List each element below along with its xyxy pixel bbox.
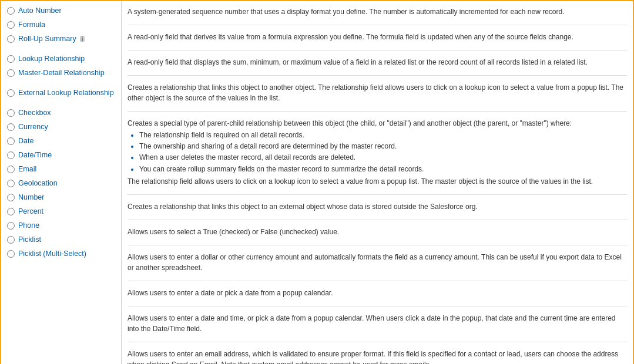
radio-master-detail-relationship[interactable] bbox=[7, 69, 15, 77]
divider-3 bbox=[1, 100, 121, 106]
master-detail-bullets: The relationship field is required on al… bbox=[139, 130, 627, 175]
radio-external-lookup-relationship[interactable] bbox=[7, 89, 15, 97]
sep-3 bbox=[128, 75, 627, 76]
desc-date-time-text: Allows users to enter a date and time, o… bbox=[128, 313, 627, 334]
sidebar-item-date-time[interactable]: Date/Time bbox=[1, 148, 121, 162]
radio-percent[interactable] bbox=[7, 208, 15, 215]
desc-master-detail-outro-text: The relationship field allows users to c… bbox=[128, 176, 627, 187]
desc-formula-text: A read-only field that derives its value… bbox=[128, 32, 627, 42]
sidebar-label-formula[interactable]: Formula bbox=[18, 21, 45, 29]
sep-6 bbox=[128, 220, 627, 220]
radio-formula[interactable] bbox=[7, 21, 15, 29]
sidebar-item-formula[interactable]: Formula bbox=[1, 18, 121, 32]
bullet-1: The relationship field is required on al… bbox=[139, 130, 627, 141]
sep-9 bbox=[128, 306, 627, 306]
sidebar-item-geolocation[interactable]: Geolocation bbox=[1, 176, 121, 190]
content-panel: A system-generated sequence number that … bbox=[122, 1, 633, 364]
radio-lookup-relationship[interactable] bbox=[7, 55, 15, 63]
sidebar-label-picklist[interactable]: Picklist bbox=[18, 235, 41, 244]
radio-number[interactable] bbox=[7, 194, 15, 201]
sidebar-item-number[interactable]: Number bbox=[1, 190, 121, 204]
desc-currency-text: Allows users to enter a dollar or other … bbox=[128, 252, 627, 273]
desc-checkbox-text: Allows users to select a True (checked) … bbox=[128, 227, 627, 237]
desc-roll-up-summary: A read-only field that displays the sum,… bbox=[128, 54, 627, 72]
desc-currency: Allows users to enter a dollar or other … bbox=[128, 249, 627, 277]
desc-date: Allows users to enter a date or pick a d… bbox=[128, 285, 627, 302]
bullet-4-text: You can create rollup summary fields on … bbox=[139, 165, 424, 173]
bullet-1-text: The relationship field is required on al… bbox=[139, 131, 304, 139]
sidebar-label-number[interactable]: Number bbox=[18, 193, 44, 201]
sidebar-item-email[interactable]: Email bbox=[1, 162, 121, 176]
sidebar-item-date[interactable]: Date bbox=[1, 134, 121, 148]
desc-email-text: Allows users to enter an email address, … bbox=[128, 349, 627, 364]
desc-master-detail-intro-text: Creates a special type of parent-child r… bbox=[128, 118, 627, 129]
sep-8 bbox=[128, 281, 627, 281]
desc-formula: A read-only field that derives its value… bbox=[128, 29, 627, 46]
sidebar-label-email[interactable]: Email bbox=[18, 165, 36, 173]
sidebar-item-picklist[interactable]: Picklist bbox=[1, 232, 121, 247]
radio-geolocation[interactable] bbox=[7, 180, 15, 187]
desc-external-lookup-relationship: Creates a relationship that links this o… bbox=[128, 198, 627, 216]
radio-email[interactable] bbox=[7, 166, 15, 173]
sidebar-item-percent[interactable]: Percent bbox=[1, 204, 121, 218]
sidebar-label-checkbox[interactable]: Checkbox bbox=[18, 109, 51, 117]
sidebar-item-lookup-relationship[interactable]: Lookup Relationship bbox=[1, 52, 121, 66]
radio-picklist[interactable] bbox=[7, 236, 15, 244]
sidebar-item-auto-number[interactable]: Auto Number bbox=[1, 4, 121, 18]
sidebar-label-percent[interactable]: Percent bbox=[18, 207, 43, 215]
bullet-2-text: The ownership and sharing of a detail re… bbox=[139, 142, 397, 150]
bullet-3-text: When a user deletes the master record, a… bbox=[139, 153, 355, 161]
divider-2 bbox=[1, 80, 121, 86]
radio-currency[interactable] bbox=[7, 123, 15, 131]
radio-date-time[interactable] bbox=[7, 151, 15, 159]
sidebar-label-picklist-multi-select[interactable]: Picklist (Multi-Select) bbox=[18, 250, 86, 258]
radio-checkbox[interactable] bbox=[7, 109, 15, 117]
radio-picklist-multi-select[interactable] bbox=[7, 250, 15, 258]
sep-7 bbox=[128, 245, 627, 245]
sidebar-item-picklist-multi-select[interactable]: Picklist (Multi-Select) bbox=[1, 247, 121, 261]
sidebar-label-phone[interactable]: Phone bbox=[18, 221, 39, 230]
sidebar-label-lookup-relationship[interactable]: Lookup Relationship bbox=[18, 55, 85, 63]
sidebar-item-phone[interactable]: Phone bbox=[1, 218, 121, 232]
sep-10 bbox=[128, 342, 627, 342]
desc-auto-number-text: A system-generated sequence number that … bbox=[128, 6, 627, 17]
sidebar-label-master-detail-relationship[interactable]: Master-Detail Relationship bbox=[18, 69, 105, 77]
desc-date-time: Allows users to enter a date and time, o… bbox=[128, 310, 627, 338]
desc-lookup-relationship-text: Creates a relationship that links this o… bbox=[128, 82, 627, 103]
sidebar-label-roll-up-summary: Roll-Up Summary i bbox=[18, 35, 85, 43]
sidebar-label-external-lookup-relationship[interactable]: External Lookup Relationship bbox=[18, 89, 114, 97]
desc-checkbox: Allows users to select a True (checked) … bbox=[128, 224, 627, 241]
sidebar: Auto Number Formula Roll-Up Summary i Lo… bbox=[1, 1, 122, 364]
sidebar-label-date[interactable]: Date bbox=[18, 137, 33, 145]
sidebar-item-currency[interactable]: Currency bbox=[1, 120, 121, 134]
desc-auto-number: A system-generated sequence number that … bbox=[128, 4, 627, 21]
sidebar-label-currency[interactable]: Currency bbox=[18, 123, 48, 131]
divider-1 bbox=[1, 46, 121, 52]
radio-date[interactable] bbox=[7, 137, 15, 145]
sidebar-item-master-detail-relationship[interactable]: Master-Detail Relationship bbox=[1, 66, 121, 80]
bullet-4: You can create rollup summary fields on … bbox=[139, 164, 627, 175]
radio-auto-number[interactable] bbox=[7, 7, 15, 15]
sidebar-label-geolocation[interactable]: Geolocation bbox=[18, 179, 58, 187]
sidebar-item-checkbox[interactable]: Checkbox bbox=[1, 106, 121, 120]
radio-roll-up-summary[interactable] bbox=[7, 35, 15, 43]
sep-2 bbox=[128, 50, 627, 50]
bullet-2: The ownership and sharing of a detail re… bbox=[139, 141, 627, 152]
desc-roll-up-summary-text: A read-only field that displays the sum,… bbox=[128, 57, 627, 68]
desc-master-detail-relationship: Creates a special type of parent-child r… bbox=[128, 115, 627, 191]
sep-1 bbox=[128, 25, 627, 25]
sidebar-item-roll-up-summary[interactable]: Roll-Up Summary i bbox=[1, 32, 121, 46]
info-badge: i bbox=[80, 36, 85, 42]
sidebar-label-auto-number[interactable]: Auto Number bbox=[18, 6, 62, 15]
desc-lookup-relationship: Creates a relationship that links this o… bbox=[128, 79, 627, 107]
main-container: Auto Number Formula Roll-Up Summary i Lo… bbox=[0, 0, 634, 364]
desc-date-text: Allows users to enter a date or pick a d… bbox=[128, 288, 627, 298]
sep-5 bbox=[128, 194, 627, 195]
desc-email: Allows users to enter an email address, … bbox=[128, 346, 627, 364]
desc-external-lookup-text: Creates a relationship that links this o… bbox=[128, 201, 627, 212]
bullet-3: When a user deletes the master record, a… bbox=[139, 152, 627, 163]
sidebar-item-external-lookup-relationship[interactable]: External Lookup Relationship bbox=[1, 86, 121, 100]
sidebar-label-date-time[interactable]: Date/Time bbox=[18, 151, 52, 159]
sep-4 bbox=[128, 111, 627, 112]
radio-phone[interactable] bbox=[7, 222, 15, 230]
